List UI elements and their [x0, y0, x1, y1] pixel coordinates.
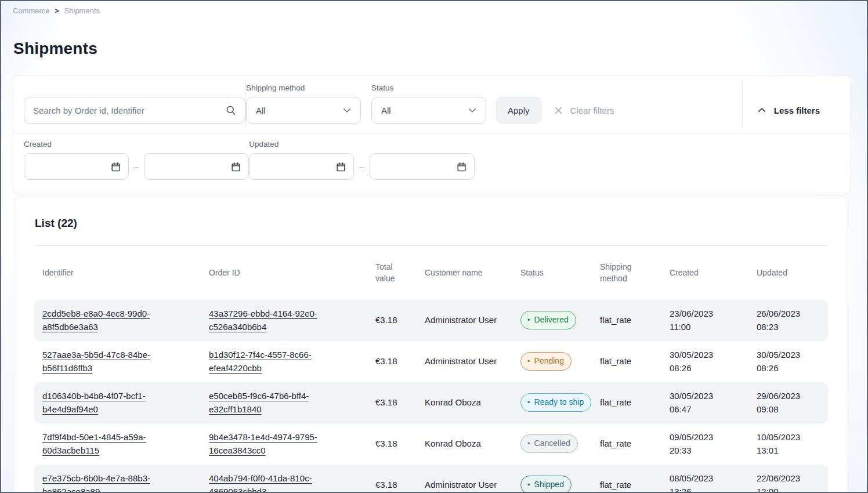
- order-id-cell: 404ab794-f0f0-41da-810c-4869053cbbd3: [201, 465, 367, 493]
- shipping-method-cell: flat_rate: [592, 306, 661, 334]
- order-id-link[interactable]: 9b4e3478-1e4d-4974-9795-16cea3843cc0: [209, 432, 317, 455]
- shipping-method-group: Shipping method All: [246, 84, 361, 124]
- created-from-field[interactable]: [24, 153, 129, 180]
- table-row: 7df9f4bd-50e1-4845-a59a-60d3acbeb115 9b4…: [34, 423, 828, 465]
- updated-time: 08:23: [757, 320, 820, 334]
- breadcrumb-shipments[interactable]: Shipments: [64, 6, 100, 15]
- identifier-link[interactable]: 7df9f4bd-50e1-4845-a59a-60d3acbeb115: [42, 432, 146, 455]
- created-date: 23/06/2023: [670, 307, 740, 320]
- status-dot-icon: •: [527, 481, 530, 488]
- table-row: d106340b-b4b8-4f07-bcf1-b4e4d9af94e0 e50…: [34, 382, 828, 423]
- status-cell: • Delivered: [512, 304, 592, 337]
- calendar-icon[interactable]: [335, 161, 346, 172]
- updated-from-input[interactable]: [258, 162, 335, 171]
- search-input[interactable]: [33, 106, 225, 115]
- apply-button[interactable]: Apply: [496, 97, 541, 124]
- created-from-input[interactable]: [32, 162, 110, 171]
- identifier-link[interactable]: d106340b-b4b8-4f07-bcf1-b4e4d9af94e0: [42, 391, 146, 414]
- updated-cell: 22/06/2023 12:00: [748, 465, 828, 493]
- less-filters-toggle[interactable]: Less filters: [757, 97, 820, 124]
- customer-name-cell: Administrator User: [417, 306, 512, 334]
- created-time: 06:47: [670, 403, 740, 416]
- calendar-icon[interactable]: [456, 161, 467, 172]
- column-header: Order ID: [201, 252, 367, 293]
- breadcrumb-commerce[interactable]: Commerce: [13, 6, 50, 15]
- order-id-link[interactable]: e50ceb85-f9c6-47b6-bff4-e32cff1b1840: [209, 391, 309, 414]
- created-range-group: Created –: [24, 140, 249, 180]
- created-to-input[interactable]: [153, 162, 230, 171]
- status-select[interactable]: All: [371, 97, 486, 124]
- status-group: Status All: [371, 84, 486, 124]
- status-dot-icon: •: [527, 357, 530, 365]
- search-icon: [225, 104, 237, 116]
- identifier-link[interactable]: 2cdd5eb8-e8a0-4ec8-99d0-a8f5db6e3a63: [42, 309, 150, 332]
- order-id-cell: e50ceb85-f9c6-47b6-bff4-e32cff1b1840: [201, 382, 367, 423]
- chevron-down-icon: [467, 105, 478, 115]
- created-date: 30/05/2023: [670, 348, 740, 361]
- column-header: Shipping method: [592, 246, 661, 300]
- calendar-icon[interactable]: [230, 161, 241, 172]
- updated-from-field[interactable]: [249, 153, 354, 180]
- calendar-icon[interactable]: [110, 161, 121, 172]
- created-cell: 09/05/2023 20:33: [661, 423, 748, 465]
- table-header-row: IdentifierOrder IDTotal valueCustomer na…: [34, 246, 828, 300]
- updated-cell: 26/06/2023 08:23: [748, 300, 828, 341]
- created-date: 30/05/2023: [670, 389, 740, 403]
- search-box[interactable]: [24, 97, 245, 124]
- customer-name-cell: Konrad Oboza: [417, 389, 512, 416]
- order-id-link[interactable]: 404ab794-f0f0-41da-810c-4869053cbbd3: [209, 473, 312, 493]
- status-dot-icon: •: [527, 398, 530, 406]
- order-id-link[interactable]: 43a37296-ebbd-4164-92e0-c526a340b6b4: [209, 309, 317, 332]
- status-badge-label: Cancelled: [534, 437, 570, 450]
- order-id-link[interactable]: b1d30f12-7f4c-4557-8c66-efeaf4220cbb: [209, 350, 312, 373]
- status-badge-label: Shipped: [534, 478, 564, 491]
- column-header: Identifier: [34, 252, 201, 293]
- identifier-cell: d106340b-b4b8-4f07-bcf1-b4e4d9af94e0: [34, 382, 201, 423]
- identifier-link[interactable]: 527aae3a-5b5d-47c8-84be-b56f11d6ffb3: [42, 350, 150, 373]
- shipments-list-card: List (22) IdentifierOrder IDTotal valueC…: [14, 195, 848, 493]
- created-label: Created: [24, 140, 249, 148]
- column-header: Status: [512, 252, 592, 293]
- shipping-method-label: Shipping method: [246, 84, 361, 92]
- created-time: 20:33: [670, 444, 740, 457]
- column-header: Customer name: [417, 252, 512, 293]
- status-badge-label: Delivered: [534, 314, 569, 327]
- shipments-table-body: 2cdd5eb8-e8a0-4ec8-99d0-a8f5db6e3a63 43a…: [34, 300, 828, 493]
- order-id-cell: 43a37296-ebbd-4164-92e0-c526a340b6b4: [201, 300, 367, 341]
- filters-row-dates: Created –: [13, 133, 851, 194]
- shipping-method-select[interactable]: All: [246, 97, 361, 124]
- total-value-cell: €3.18: [367, 430, 417, 457]
- clear-filters-label: Clear filters: [570, 106, 614, 115]
- identifier-link[interactable]: e7e375cb-6b0b-4e7a-88b3-be862ace8a89: [42, 473, 150, 493]
- created-cell: 23/06/2023 11:00: [661, 300, 748, 341]
- status-value: All: [381, 106, 391, 115]
- column-header: Total value: [367, 246, 417, 300]
- breadcrumb: Commerce > Shipments: [1, 1, 867, 15]
- customer-name-cell: Administrator User: [417, 347, 512, 375]
- updated-time: 13:01: [757, 444, 820, 457]
- updated-time: 09:08: [757, 403, 820, 416]
- filter-divider: [742, 81, 743, 127]
- status-badge: • Pending: [520, 352, 572, 371]
- total-value-cell: €3.18: [367, 389, 417, 416]
- updated-date: 22/06/2023: [757, 472, 820, 485]
- created-cell: 30/05/2023 06:47: [661, 382, 748, 423]
- created-date: 08/05/2023: [670, 472, 740, 485]
- list-title: List (22): [34, 196, 828, 245]
- updated-to-field[interactable]: [370, 153, 475, 180]
- updated-time: 12:00: [757, 485, 820, 493]
- updated-to-input[interactable]: [378, 162, 456, 171]
- created-time: 11:00: [670, 320, 740, 334]
- clear-filters-button[interactable]: Clear filters: [554, 97, 614, 124]
- chevron-up-icon: [757, 105, 767, 115]
- order-id-cell: 9b4e3478-1e4d-4974-9795-16cea3843cc0: [201, 423, 367, 465]
- created-date: 09/05/2023: [670, 430, 740, 444]
- status-label: Status: [371, 84, 486, 92]
- total-value-cell: €3.18: [367, 471, 417, 493]
- status-badge: • Shipped: [520, 476, 572, 493]
- column-header: Updated: [748, 252, 828, 293]
- total-value-cell: €3.18: [367, 347, 417, 375]
- status-cell: • Pending: [512, 345, 592, 378]
- identifier-cell: e7e375cb-6b0b-4e7a-88b3-be862ace8a89: [34, 465, 201, 493]
- created-to-field[interactable]: [144, 153, 249, 180]
